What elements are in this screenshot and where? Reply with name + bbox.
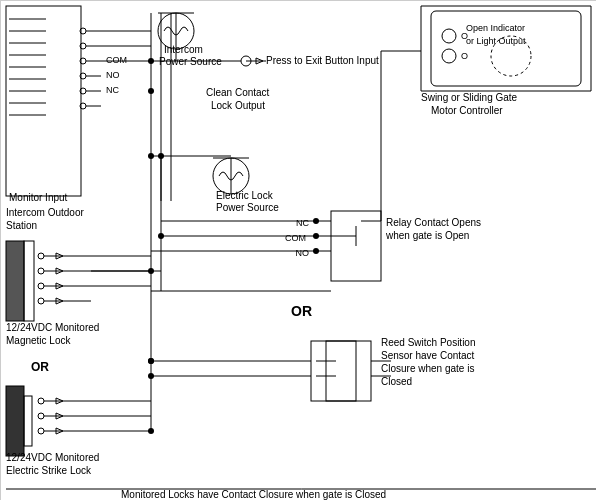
wiring-diagram [0, 0, 596, 500]
